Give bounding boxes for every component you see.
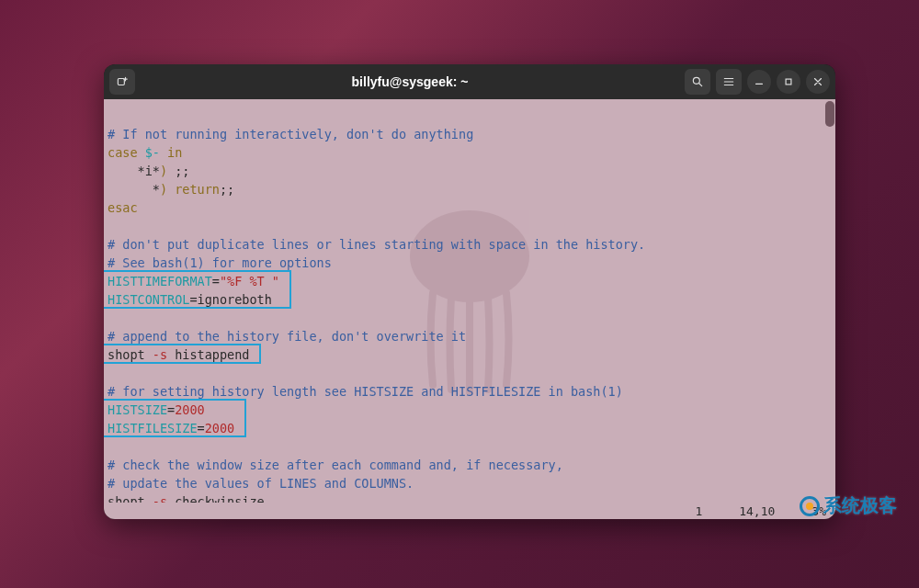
svg-point-1 — [693, 77, 699, 84]
close-button[interactable] — [806, 70, 830, 94]
code-line: # for setting history length see HISTSIZ… — [108, 384, 623, 399]
hamburger-icon — [722, 75, 735, 88]
search-icon — [691, 75, 704, 88]
code-line: # check the window size after each comma… — [108, 458, 563, 472]
new-tab-button[interactable] — [109, 69, 135, 95]
code-line: # update the values of LINES and COLUMNS… — [108, 476, 414, 491]
editor-text: # If not running interactively, don't do… — [108, 107, 832, 503]
code-line: # See bash(1) for more options — [108, 255, 332, 270]
menu-button[interactable] — [716, 69, 742, 95]
code-line: esac — [108, 200, 138, 215]
watermark: 系统极客 — [800, 493, 897, 518]
code-line: # don't put duplicate lines or lines sta… — [108, 237, 645, 252]
maximize-icon — [782, 75, 795, 88]
terminal-window: billyfu@sysgeek: ~ # If not running i — [104, 64, 835, 519]
close-icon — [811, 75, 824, 88]
code-line: # append to the history file, don't over… — [108, 329, 466, 344]
window-title: billyfu@sysgeek: ~ — [135, 74, 685, 89]
svg-rect-2 — [786, 79, 791, 85]
code-line: # If not running interactively, don't do… — [108, 127, 473, 141]
watermark-logo-icon — [800, 496, 820, 516]
vim-statusbar: 1 14,10 3% — [104, 503, 835, 519]
status-count: 1 — [676, 504, 720, 518]
minimize-icon — [753, 75, 766, 88]
svg-rect-0 — [118, 79, 124, 85]
watermark-text: 系统极客 — [823, 493, 897, 518]
scrollbar-thumb[interactable] — [825, 101, 834, 127]
minimize-button[interactable] — [747, 70, 771, 94]
scrollbar[interactable] — [824, 99, 835, 503]
terminal-content[interactable]: # If not running interactively, don't do… — [104, 99, 835, 503]
new-tab-icon — [116, 75, 129, 88]
titlebar: billyfu@sysgeek: ~ — [104, 64, 835, 99]
maximize-button[interactable] — [777, 70, 800, 94]
code-line: case — [108, 145, 138, 160]
status-cursor-pos: 14,10 — [720, 504, 793, 518]
search-button[interactable] — [685, 69, 710, 95]
